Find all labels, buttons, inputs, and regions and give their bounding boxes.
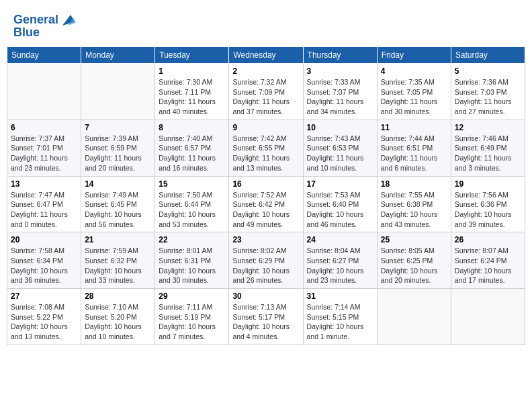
day-info: Sunrise: 7:40 AMSunset: 6:57 PMDaylight:… (159, 134, 225, 173)
day-info: Sunrise: 7:30 AMSunset: 7:11 PMDaylight:… (159, 77, 225, 117)
calendar-cell: 15Sunrise: 7:50 AMSunset: 6:44 PMDayligh… (155, 176, 229, 232)
day-number: 6 (11, 123, 77, 132)
day-number: 18 (381, 179, 447, 189)
day-number: 10 (307, 123, 373, 132)
calendar-cell: 18Sunrise: 7:55 AMSunset: 6:38 PMDayligh… (377, 176, 451, 232)
calendar-cell: 5Sunrise: 7:36 AMSunset: 7:03 PMDaylight… (451, 64, 525, 120)
day-number: 1 (159, 66, 225, 76)
calendar-cell (451, 289, 525, 345)
day-info: Sunrise: 7:56 AMSunset: 6:36 PMDaylight:… (455, 190, 521, 230)
calendar-cell: 28Sunrise: 7:10 AMSunset: 5:20 PMDayligh… (81, 289, 155, 345)
calendar-cell: 3Sunrise: 7:33 AMSunset: 7:07 PMDaylight… (303, 64, 377, 120)
calendar-cell: 17Sunrise: 7:53 AMSunset: 6:40 PMDayligh… (303, 176, 377, 232)
calendar-cell: 12Sunrise: 7:46 AMSunset: 6:49 PMDayligh… (451, 120, 525, 176)
day-number: 29 (159, 291, 225, 301)
day-number: 2 (232, 66, 299, 76)
day-info: Sunrise: 7:37 AMSunset: 7:01 PMDaylight:… (11, 134, 77, 173)
calendar-cell: 26Sunrise: 8:07 AMSunset: 6:24 PMDayligh… (451, 232, 525, 289)
day-number: 8 (159, 123, 225, 132)
day-number: 5 (455, 66, 521, 76)
calendar-cell: 1Sunrise: 7:30 AMSunset: 7:11 PMDaylight… (155, 64, 229, 120)
calendar-cell: 9Sunrise: 7:42 AMSunset: 6:55 PMDaylight… (229, 120, 303, 176)
day-info: Sunrise: 7:11 AMSunset: 5:19 PMDaylight:… (159, 302, 225, 342)
day-info: Sunrise: 7:58 AMSunset: 6:34 PMDaylight:… (11, 246, 77, 285)
day-info: Sunrise: 7:14 AMSunset: 5:15 PMDaylight:… (307, 302, 373, 342)
logo: General Blue (13, 12, 76, 40)
calendar-week-row: 20Sunrise: 7:58 AMSunset: 6:34 PMDayligh… (7, 232, 525, 289)
day-number: 25 (381, 235, 447, 244)
day-info: Sunrise: 7:53 AMSunset: 6:40 PMDaylight:… (307, 190, 373, 230)
day-number: 13 (11, 179, 77, 189)
logo-text: General (13, 13, 58, 27)
calendar-cell (81, 64, 155, 120)
calendar-cell: 31Sunrise: 7:14 AMSunset: 5:15 PMDayligh… (303, 289, 377, 345)
day-info: Sunrise: 7:33 AMSunset: 7:07 PMDaylight:… (307, 77, 373, 117)
calendar-week-row: 13Sunrise: 7:47 AMSunset: 6:47 PMDayligh… (7, 176, 525, 232)
day-number: 16 (232, 179, 299, 189)
calendar-cell: 22Sunrise: 8:01 AMSunset: 6:31 PMDayligh… (155, 232, 229, 289)
calendar-cell (7, 64, 81, 120)
logo-icon (60, 12, 76, 28)
day-number: 12 (455, 123, 521, 132)
day-number: 23 (232, 235, 299, 244)
day-number: 26 (455, 235, 521, 244)
day-number: 11 (381, 123, 447, 132)
day-info: Sunrise: 8:05 AMSunset: 6:25 PMDaylight:… (381, 246, 447, 285)
day-number: 4 (381, 66, 447, 76)
calendar-cell: 2Sunrise: 7:32 AMSunset: 7:09 PMDaylight… (229, 64, 303, 120)
day-number: 21 (85, 235, 151, 244)
day-number: 14 (85, 179, 151, 189)
day-number: 3 (307, 66, 373, 76)
day-info: Sunrise: 7:10 AMSunset: 5:20 PMDaylight:… (85, 302, 151, 342)
day-number: 30 (232, 291, 299, 301)
day-info: Sunrise: 7:44 AMSunset: 6:51 PMDaylight:… (381, 134, 447, 173)
day-info: Sunrise: 7:59 AMSunset: 6:32 PMDaylight:… (85, 246, 151, 285)
day-info: Sunrise: 7:49 AMSunset: 6:45 PMDaylight:… (85, 190, 151, 230)
calendar-cell: 25Sunrise: 8:05 AMSunset: 6:25 PMDayligh… (377, 232, 451, 289)
calendar-table: SundayMondayTuesdayWednesdayThursdayFrid… (7, 46, 525, 345)
calendar-cell: 21Sunrise: 7:59 AMSunset: 6:32 PMDayligh… (81, 232, 155, 289)
calendar-week-row: 1Sunrise: 7:30 AMSunset: 7:11 PMDaylight… (7, 64, 525, 120)
weekday-header: Monday (81, 47, 155, 64)
calendar-cell: 6Sunrise: 7:37 AMSunset: 7:01 PMDaylight… (7, 120, 81, 176)
calendar-cell: 23Sunrise: 8:02 AMSunset: 6:29 PMDayligh… (229, 232, 303, 289)
weekday-header: Friday (377, 47, 451, 64)
calendar-cell: 14Sunrise: 7:49 AMSunset: 6:45 PMDayligh… (81, 176, 155, 232)
day-info: Sunrise: 7:13 AMSunset: 5:17 PMDaylight:… (232, 302, 299, 342)
day-number: 31 (307, 291, 373, 301)
day-number: 17 (307, 179, 373, 189)
day-info: Sunrise: 7:35 AMSunset: 7:05 PMDaylight:… (381, 77, 447, 117)
day-number: 28 (85, 291, 151, 301)
page-header: General Blue (7, 7, 525, 42)
calendar-cell: 19Sunrise: 7:56 AMSunset: 6:36 PMDayligh… (451, 176, 525, 232)
day-info: Sunrise: 8:07 AMSunset: 6:24 PMDaylight:… (455, 246, 521, 285)
day-info: Sunrise: 7:08 AMSunset: 5:22 PMDaylight:… (11, 302, 77, 342)
calendar-cell: 13Sunrise: 7:47 AMSunset: 6:47 PMDayligh… (7, 176, 81, 232)
day-info: Sunrise: 7:55 AMSunset: 6:38 PMDaylight:… (381, 190, 447, 230)
calendar-cell: 11Sunrise: 7:44 AMSunset: 6:51 PMDayligh… (377, 120, 451, 176)
day-info: Sunrise: 8:02 AMSunset: 6:29 PMDaylight:… (232, 246, 299, 285)
day-info: Sunrise: 7:46 AMSunset: 6:49 PMDaylight:… (455, 134, 521, 173)
weekday-header-row: SundayMondayTuesdayWednesdayThursdayFrid… (7, 47, 525, 64)
day-info: Sunrise: 7:43 AMSunset: 6:53 PMDaylight:… (307, 134, 373, 173)
calendar-cell: 16Sunrise: 7:52 AMSunset: 6:42 PMDayligh… (229, 176, 303, 232)
day-info: Sunrise: 8:01 AMSunset: 6:31 PMDaylight:… (159, 246, 225, 285)
calendar-cell: 10Sunrise: 7:43 AMSunset: 6:53 PMDayligh… (303, 120, 377, 176)
day-number: 27 (11, 291, 77, 301)
weekday-header: Sunday (7, 47, 81, 64)
day-number: 19 (455, 179, 521, 189)
day-info: Sunrise: 7:39 AMSunset: 6:59 PMDaylight:… (85, 134, 151, 173)
weekday-header: Wednesday (229, 47, 303, 64)
day-info: Sunrise: 7:50 AMSunset: 6:44 PMDaylight:… (159, 190, 225, 230)
day-info: Sunrise: 7:42 AMSunset: 6:55 PMDaylight:… (232, 134, 299, 173)
calendar-cell: 29Sunrise: 7:11 AMSunset: 5:19 PMDayligh… (155, 289, 229, 345)
calendar-cell: 7Sunrise: 7:39 AMSunset: 6:59 PMDaylight… (81, 120, 155, 176)
calendar-week-row: 27Sunrise: 7:08 AMSunset: 5:22 PMDayligh… (7, 289, 525, 345)
weekday-header: Saturday (451, 47, 525, 64)
day-info: Sunrise: 7:47 AMSunset: 6:47 PMDaylight:… (11, 190, 77, 230)
calendar-cell (377, 289, 451, 345)
calendar-cell: 27Sunrise: 7:08 AMSunset: 5:22 PMDayligh… (7, 289, 81, 345)
day-number: 20 (11, 235, 77, 244)
day-number: 22 (159, 235, 225, 244)
day-info: Sunrise: 8:04 AMSunset: 6:27 PMDaylight:… (307, 246, 373, 285)
